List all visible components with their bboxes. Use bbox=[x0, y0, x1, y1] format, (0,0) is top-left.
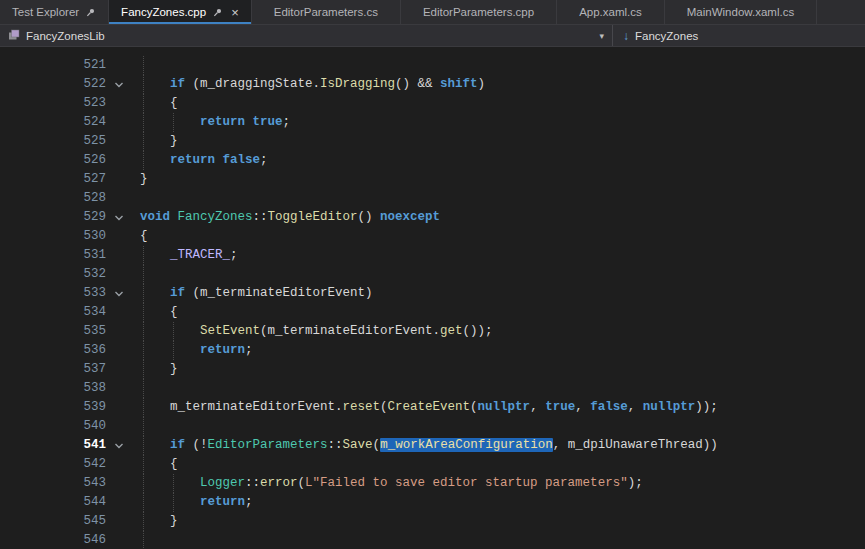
code-text[interactable] bbox=[132, 379, 865, 398]
tab-mainwindow-xaml-cs[interactable]: MainWindow.xaml.cs bbox=[665, 0, 817, 24]
line-number[interactable]: 536 bbox=[0, 341, 106, 360]
code-text[interactable]: } bbox=[132, 360, 865, 379]
line-number[interactable]: 539 bbox=[0, 398, 106, 417]
indent-guide bbox=[143, 360, 144, 379]
code-text[interactable]: m_terminateEditorEvent.reset(CreateEvent… bbox=[132, 398, 865, 417]
line-number[interactable]: 540 bbox=[0, 417, 106, 436]
line-number[interactable]: 530 bbox=[0, 227, 106, 246]
line-number[interactable]: 544 bbox=[0, 493, 106, 512]
indent-guide bbox=[143, 417, 144, 436]
fold-gutter bbox=[106, 379, 132, 398]
code-text[interactable]: if (m_draggingState.IsDragging() && shif… bbox=[132, 75, 865, 94]
line-number[interactable]: 532 bbox=[0, 265, 106, 284]
code-text[interactable]: { bbox=[132, 94, 865, 113]
tab-editorparameters-cpp[interactable]: EditorParameters.cpp bbox=[401, 0, 557, 24]
code-text[interactable] bbox=[132, 531, 865, 549]
code-text[interactable]: } bbox=[132, 132, 865, 151]
code-token: true bbox=[253, 115, 283, 129]
code-token: :: bbox=[245, 476, 260, 490]
code-line: 540 bbox=[0, 417, 865, 436]
chevron-down-icon[interactable]: ▾ bbox=[599, 31, 604, 41]
line-number[interactable]: 538 bbox=[0, 379, 106, 398]
tab-fancyzones-cpp[interactable]: FancyZones.cpp× bbox=[109, 0, 252, 24]
project-dropdown[interactable]: FancyZonesLib ▾ bbox=[0, 25, 612, 46]
line-number[interactable]: 529 bbox=[0, 208, 106, 227]
indent-guide bbox=[173, 493, 174, 512]
fold-gutter bbox=[106, 474, 132, 493]
code-text[interactable]: { bbox=[132, 455, 865, 474]
line-number[interactable]: 521 bbox=[0, 56, 106, 75]
code-text[interactable]: { bbox=[132, 303, 865, 322]
code-token: return bbox=[200, 495, 245, 509]
line-number[interactable]: 533 bbox=[0, 284, 106, 303]
line-number[interactable]: 527 bbox=[0, 170, 106, 189]
code-token: CreateEvent bbox=[388, 400, 471, 414]
line-number[interactable]: 531 bbox=[0, 246, 106, 265]
indent-guide bbox=[143, 341, 144, 360]
code-text[interactable]: _TRACER_; bbox=[132, 246, 865, 265]
code-text[interactable] bbox=[132, 417, 865, 436]
code-line: 534 { bbox=[0, 303, 865, 322]
fold-chevron-icon[interactable] bbox=[106, 284, 132, 303]
code-lines: 521522 if (m_draggingState.IsDragging() … bbox=[0, 56, 865, 549]
line-number[interactable]: 522 bbox=[0, 75, 106, 94]
line-number[interactable]: 523 bbox=[0, 94, 106, 113]
code-token: { bbox=[140, 305, 178, 319]
code-line: 525 } bbox=[0, 132, 865, 151]
code-token: (m_terminateEditorEvent) bbox=[185, 286, 373, 300]
code-line: 530{ bbox=[0, 227, 865, 246]
code-line: 538 bbox=[0, 379, 865, 398]
code-text[interactable]: return; bbox=[132, 341, 865, 360]
close-icon[interactable]: × bbox=[231, 6, 239, 19]
fold-chevron-icon[interactable] bbox=[106, 75, 132, 94]
line-number[interactable]: 535 bbox=[0, 322, 106, 341]
code-text[interactable]: { bbox=[132, 227, 865, 246]
code-text[interactable]: } bbox=[132, 170, 865, 189]
tab-test-explorer[interactable]: Test Explorer bbox=[0, 0, 109, 24]
code-text[interactable]: void FancyZones::ToggleEditor() noexcept bbox=[132, 208, 865, 227]
code-token: get bbox=[440, 324, 463, 338]
fold-chevron-icon[interactable] bbox=[106, 208, 132, 227]
line-number[interactable]: 543 bbox=[0, 474, 106, 493]
code-text[interactable] bbox=[132, 265, 865, 284]
line-number[interactable]: 524 bbox=[0, 113, 106, 132]
tab-editorparameters-cs[interactable]: EditorParameters.cs bbox=[252, 0, 401, 24]
code-text[interactable]: Logger::error(L"Failed to save editor st… bbox=[132, 474, 865, 493]
line-number[interactable]: 528 bbox=[0, 189, 106, 208]
fold-gutter bbox=[106, 227, 132, 246]
code-text[interactable]: if (!EditorParameters::Save(m_workAreaCo… bbox=[132, 436, 865, 455]
indent-guide bbox=[143, 436, 144, 455]
code-text[interactable]: } bbox=[132, 512, 865, 531]
code-text[interactable]: SetEvent(m_terminateEditorEvent.get()); bbox=[132, 322, 865, 341]
code-text[interactable]: return true; bbox=[132, 113, 865, 132]
line-number[interactable]: 537 bbox=[0, 360, 106, 379]
line-number[interactable]: 526 bbox=[0, 151, 106, 170]
tab-label: EditorParameters.cpp bbox=[423, 6, 534, 18]
code-token bbox=[140, 343, 200, 357]
line-number[interactable]: 546 bbox=[0, 531, 106, 549]
line-number[interactable]: 525 bbox=[0, 132, 106, 151]
fold-gutter bbox=[106, 113, 132, 132]
code-text[interactable] bbox=[132, 56, 865, 75]
line-number[interactable]: 534 bbox=[0, 303, 106, 322]
code-token bbox=[140, 248, 170, 262]
code-text[interactable] bbox=[132, 189, 865, 208]
line-number[interactable]: 542 bbox=[0, 455, 106, 474]
fold-chevron-icon[interactable] bbox=[106, 436, 132, 455]
scope-dropdown[interactable]: ↓ FancyZones bbox=[613, 25, 865, 46]
indent-guide bbox=[143, 265, 144, 284]
code-token: nullptr bbox=[643, 400, 696, 414]
pin-icon[interactable] bbox=[85, 7, 96, 18]
code-text[interactable]: if (m_terminateEditorEvent) bbox=[132, 284, 865, 303]
pin-icon[interactable] bbox=[212, 7, 223, 18]
code-text[interactable]: return false; bbox=[132, 151, 865, 170]
indent-guide bbox=[143, 474, 144, 493]
line-number[interactable]: 545 bbox=[0, 512, 106, 531]
code-text[interactable]: return; bbox=[132, 493, 865, 512]
code-line: 523 { bbox=[0, 94, 865, 113]
code-editor[interactable]: 521522 if (m_draggingState.IsDragging() … bbox=[0, 47, 865, 549]
code-token: return bbox=[200, 115, 245, 129]
code-token: } bbox=[140, 134, 178, 148]
line-number[interactable]: 541 bbox=[0, 436, 106, 455]
tab-app-xaml-cs[interactable]: App.xaml.cs bbox=[557, 0, 665, 24]
